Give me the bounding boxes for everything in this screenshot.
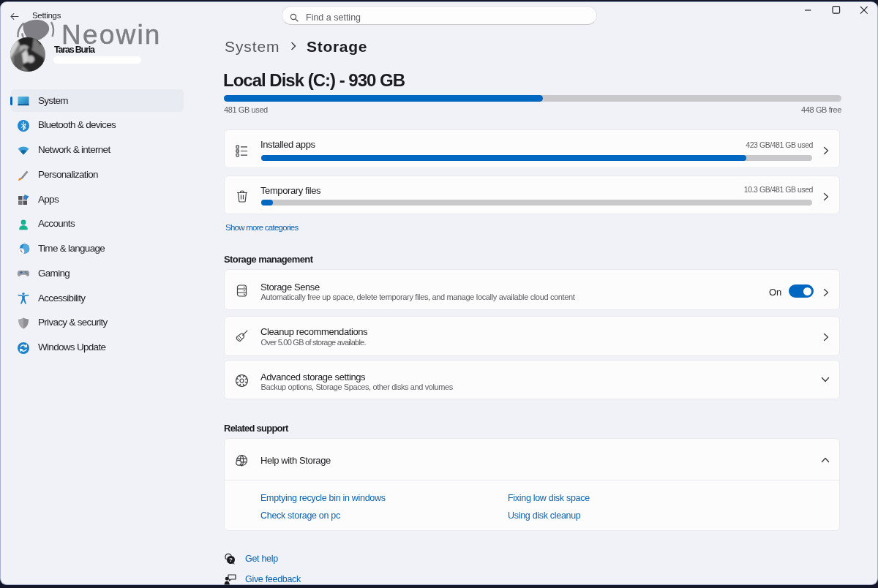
svg-text:?: ? xyxy=(229,557,233,563)
